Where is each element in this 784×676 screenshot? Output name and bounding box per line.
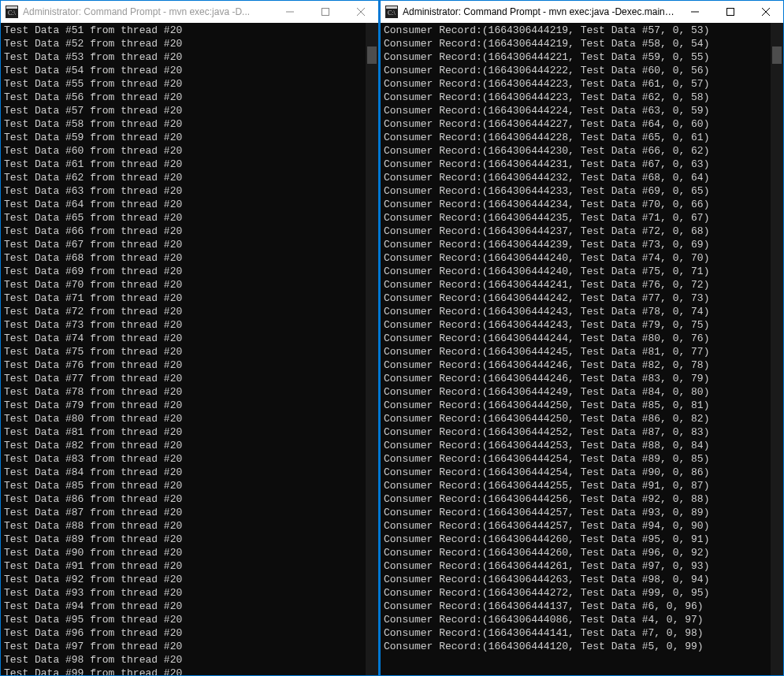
window-controls-left xyxy=(272,1,378,23)
console-output-left[interactable]: Test Data #51 from thread #20 Test Data … xyxy=(1,23,366,675)
maximize-button[interactable] xyxy=(307,1,343,23)
console-output-right[interactable]: Consumer Record:(1664306444219, Test Dat… xyxy=(381,23,771,675)
scrollbar-left[interactable] xyxy=(366,23,378,675)
window-title-left: Administrator: Command Prompt - mvn exec… xyxy=(23,6,272,17)
svg-rect-11 xyxy=(726,9,734,16)
command-prompt-window-right: C:\ Administrator: Command Prompt - mvn … xyxy=(380,0,784,676)
titlebar-left[interactable]: C:\ Administrator: Command Prompt - mvn … xyxy=(1,1,378,23)
minimize-button[interactable] xyxy=(272,1,307,23)
maximize-button[interactable] xyxy=(712,1,748,23)
svg-text:C:\: C:\ xyxy=(388,9,396,17)
cmd-icon: C:\ xyxy=(6,6,18,18)
close-button[interactable] xyxy=(748,1,783,23)
command-prompt-window-left: C:\ Administrator: Command Prompt - mvn … xyxy=(0,0,379,676)
close-button[interactable] xyxy=(343,1,378,23)
svg-rect-4 xyxy=(321,9,329,16)
titlebar-right[interactable]: C:\ Administrator: Command Prompt - mvn … xyxy=(381,1,783,23)
scrollbar-right[interactable] xyxy=(771,23,783,675)
minimize-button[interactable] xyxy=(677,1,712,23)
svg-text:C:\: C:\ xyxy=(8,9,17,17)
svg-rect-1 xyxy=(6,6,17,9)
window-title-right: Administrator: Command Prompt - mvn exec… xyxy=(403,6,677,17)
window-controls-right xyxy=(677,1,783,23)
svg-rect-8 xyxy=(386,6,397,9)
scrollbar-thumb[interactable] xyxy=(772,46,782,64)
cmd-icon: C:\ xyxy=(385,6,398,18)
scrollbar-thumb[interactable] xyxy=(367,46,377,64)
